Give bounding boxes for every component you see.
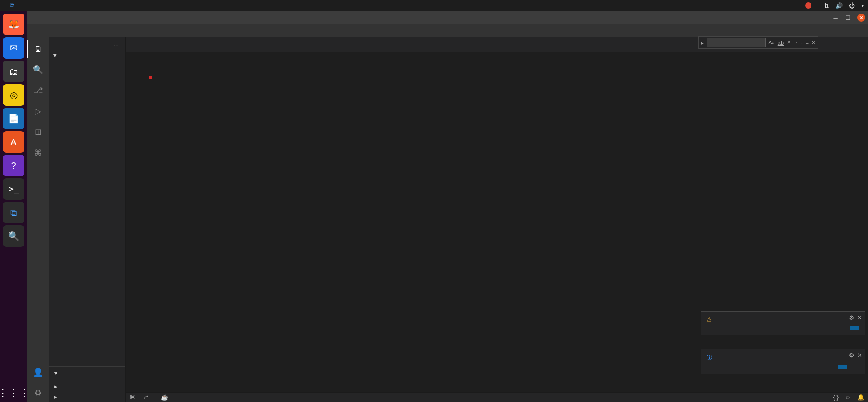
power-icon[interactable]: ⏻ bbox=[849, 2, 855, 9]
line-gutter bbox=[126, 62, 149, 392]
window-maximize[interactable]: ☐ bbox=[842, 13, 854, 22]
close-icon[interactable]: ✕ bbox=[857, 314, 862, 321]
close-icon[interactable]: ✕ bbox=[811, 40, 816, 46]
match-word-icon[interactable]: ab bbox=[778, 39, 784, 46]
feedback-icon[interactable]: ☺ bbox=[845, 394, 851, 401]
find-in-selection-icon[interactable]: ≡ bbox=[806, 40, 809, 45]
java-mode[interactable]: ☕ bbox=[161, 394, 168, 401]
source-control-icon[interactable]: ⎇ bbox=[27, 81, 49, 99]
search-icon[interactable]: 🔍 bbox=[27, 61, 49, 79]
status-bar: ⌘ ⎇ ☕ { } ☺ 🔔 bbox=[126, 392, 868, 402]
extensions-icon[interactable]: ⊞ bbox=[27, 123, 49, 141]
chevron-right-icon[interactable]: ▸ bbox=[54, 383, 57, 390]
chevron-down-icon[interactable]: ▾ bbox=[54, 369, 57, 376]
next-match-icon[interactable]: ↓ bbox=[801, 40, 803, 45]
launcher-software[interactable]: A bbox=[3, 131, 24, 153]
volume-icon[interactable]: 🔊 bbox=[835, 2, 843, 9]
find-input[interactable] bbox=[707, 38, 766, 47]
launcher-files[interactable]: 🗂 bbox=[3, 61, 24, 82]
launcher-writer[interactable]: 📄 bbox=[3, 108, 24, 129]
warning-icon: ⚠ bbox=[707, 316, 712, 323]
run-debug-icon[interactable]: ▷ bbox=[27, 102, 49, 120]
remote-icon[interactable]: ⌘ bbox=[27, 144, 49, 162]
launcher-vscode[interactable]: ⧉ bbox=[3, 202, 24, 223]
launcher-magnifier[interactable]: 🔍 bbox=[3, 225, 24, 247]
show-recommendations-button[interactable] bbox=[850, 365, 859, 369]
code-content[interactable] bbox=[149, 62, 823, 392]
notification-docker: ⚙✕ ⓘ bbox=[701, 349, 865, 374]
regex-icon[interactable]: .* bbox=[787, 40, 790, 45]
gnome-topbar: ⧉ ⇅ 🔊 ⏻ ▾ bbox=[0, 0, 868, 11]
sidebar-more-icon[interactable]: … bbox=[114, 41, 120, 47]
window-close[interactable]: ✕ bbox=[857, 14, 865, 22]
gear-icon[interactable]: ⚙ bbox=[849, 352, 854, 359]
gear-icon[interactable]: ⚙ bbox=[849, 314, 854, 321]
highlight-annotation bbox=[149, 76, 152, 79]
ubuntu-launcher: 🦊 ✉ 🗂 ◎ 📄 A ? >_ ⧉ 🔍 ⋮⋮⋮ bbox=[0, 11, 27, 402]
show-apps-icon[interactable]: ⋮⋮⋮ bbox=[0, 387, 30, 399]
install-button[interactable] bbox=[838, 365, 847, 369]
launcher-help[interactable]: ? bbox=[3, 155, 24, 176]
launcher-thunderbird[interactable]: ✉ bbox=[3, 37, 24, 59]
menu-bar bbox=[27, 24, 868, 37]
breadcrumb[interactable] bbox=[126, 52, 868, 62]
explorer-icon[interactable]: 🗎 bbox=[27, 40, 49, 58]
notification-file-watch: ⚙✕ ⚠ bbox=[701, 311, 865, 335]
launcher-firefox[interactable]: 🦊 bbox=[3, 14, 24, 35]
vscode-icon: ⧉ bbox=[10, 2, 14, 9]
network-icon[interactable]: ⇅ bbox=[824, 2, 829, 9]
info-icon: ⓘ bbox=[707, 354, 712, 362]
match-case-icon[interactable]: Aa bbox=[768, 40, 774, 45]
launcher-rhythmbox[interactable]: ◎ bbox=[3, 84, 24, 106]
notification-dot-icon[interactable] bbox=[805, 2, 811, 9]
minimap[interactable] bbox=[823, 62, 868, 392]
window-minimize[interactable]: ─ bbox=[829, 13, 842, 22]
notifications-icon[interactable]: 🔔 bbox=[857, 394, 864, 401]
prev-match-icon[interactable]: ↑ bbox=[796, 40, 798, 45]
chevron-right-icon[interactable]: ▸ bbox=[54, 393, 57, 400]
window-titlebar: ─ ☐ ✕ bbox=[27, 11, 868, 24]
git-branch[interactable]: ⎇ bbox=[142, 394, 148, 401]
accounts-icon[interactable]: 👤 bbox=[27, 363, 49, 381]
vscode-window: ─ ☐ ✕ 🗎 🔍 ⎇ ▷ ⊞ ⌘ 👤 ⚙ … ▾ ▾ ▸ ▸ bbox=[27, 11, 868, 402]
find-widget: ▸ Aa ab .* ↑ ↓ ≡ ✕ bbox=[698, 36, 818, 49]
activity-bar: 🗎 🔍 ⎇ ▷ ⊞ ⌘ 👤 ⚙ bbox=[27, 37, 49, 402]
file-tree[interactable] bbox=[49, 59, 125, 366]
chevron-down-icon[interactable]: ▾ bbox=[861, 2, 864, 9]
sidebar: … ▾ ▾ ▸ ▸ bbox=[49, 37, 126, 402]
editor-area: ▸ Aa ab .* ↑ ↓ ≡ ✕ ⌘ ⎇ bbox=[126, 37, 868, 402]
chevron-right-icon[interactable]: ▸ bbox=[701, 39, 704, 46]
chevron-down-icon[interactable]: ▾ bbox=[53, 52, 57, 58]
close-icon[interactable]: ✕ bbox=[857, 352, 862, 359]
app-menu[interactable]: ⧉ bbox=[10, 2, 14, 9]
language-mode-icon[interactable]: { } bbox=[833, 394, 838, 401]
remote-status-icon[interactable]: ⌘ bbox=[129, 394, 135, 401]
launcher-terminal[interactable]: >_ bbox=[3, 178, 24, 200]
settings-gear-icon[interactable]: ⚙ bbox=[27, 384, 49, 402]
instructions-button[interactable] bbox=[850, 326, 859, 330]
code-editor[interactable] bbox=[126, 62, 868, 392]
